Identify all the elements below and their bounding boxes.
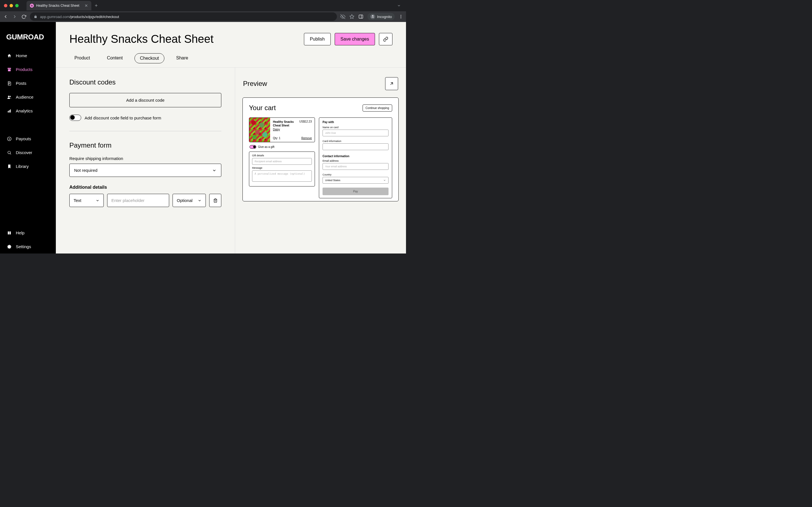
product-name: Healthy Snacks Cheat Sheet bbox=[273, 120, 299, 127]
discount-toggle[interactable] bbox=[69, 115, 81, 121]
detail-required-select[interactable]: Optional bbox=[172, 194, 206, 207]
logo[interactable]: GUMROAD bbox=[0, 29, 56, 49]
bookmark-icon bbox=[7, 164, 12, 169]
remove-link[interactable]: Remove bbox=[301, 136, 312, 140]
incognito-badge[interactable]: Incognito bbox=[367, 13, 395, 20]
recipient-email-input[interactable] bbox=[252, 158, 312, 165]
eye-off-icon[interactable] bbox=[340, 14, 345, 19]
lock-icon bbox=[34, 15, 37, 18]
detail-type-select[interactable]: Text bbox=[69, 194, 104, 207]
chart-icon bbox=[7, 109, 12, 113]
panel-icon[interactable] bbox=[358, 14, 363, 19]
back-button[interactable] bbox=[3, 14, 8, 19]
svg-rect-11 bbox=[10, 109, 11, 112]
open-preview-button[interactable] bbox=[385, 77, 398, 90]
publish-button[interactable]: Publish bbox=[304, 33, 331, 45]
product-author[interactable]: Daisy bbox=[273, 128, 312, 131]
svg-point-8 bbox=[10, 96, 11, 97]
sidebar-item-analytics[interactable]: Analytics bbox=[0, 104, 56, 118]
users-icon bbox=[7, 95, 12, 100]
file-icon bbox=[7, 81, 12, 86]
name-on-card-input[interactable] bbox=[322, 129, 389, 136]
shipping-label: Require shipping information bbox=[69, 156, 221, 161]
email-input[interactable] bbox=[322, 163, 389, 170]
sidebar-item-posts[interactable]: Posts bbox=[0, 76, 56, 90]
shipping-select[interactable]: Not required bbox=[69, 164, 221, 177]
header-actions: Publish Save changes bbox=[304, 33, 393, 45]
continue-shopping-button[interactable]: Continue shopping bbox=[363, 105, 392, 112]
tab-content[interactable]: Content bbox=[102, 53, 128, 63]
forward-button[interactable] bbox=[12, 14, 17, 19]
tab-checkout[interactable]: Checkout bbox=[135, 53, 164, 63]
tab-bar: G Healthy Snacks Cheat Sheet ✕ + bbox=[0, 0, 406, 11]
sidebar-item-payouts[interactable]: $ Payouts bbox=[0, 132, 56, 146]
home-icon bbox=[7, 54, 12, 58]
gear-icon bbox=[7, 244, 12, 249]
maximize-window[interactable] bbox=[15, 4, 18, 7]
sidebar-label: Settings bbox=[16, 244, 31, 249]
sidebar-item-discover[interactable]: Discover bbox=[0, 146, 56, 159]
new-tab-button[interactable]: + bbox=[95, 3, 98, 9]
gift-toggle[interactable] bbox=[250, 145, 256, 149]
sidebar-label: Audience bbox=[16, 95, 34, 100]
menu-icon[interactable] bbox=[399, 14, 403, 19]
country-label: Country bbox=[322, 173, 389, 176]
country-select[interactable]: United States bbox=[322, 177, 389, 184]
browser-tab[interactable]: G Healthy Snacks Cheat Sheet ✕ bbox=[27, 1, 91, 10]
svg-rect-9 bbox=[8, 111, 9, 112]
sidebar-item-library[interactable]: Library bbox=[0, 159, 56, 173]
svg-point-14 bbox=[8, 151, 10, 154]
sidebar-item-audience[interactable]: Audience bbox=[0, 90, 56, 104]
close-tab-icon[interactable]: ✕ bbox=[85, 3, 88, 8]
country-value: United States bbox=[325, 179, 340, 182]
card-info-input[interactable] bbox=[322, 144, 389, 150]
link-icon bbox=[383, 37, 388, 42]
book-icon bbox=[7, 231, 12, 235]
tab-product[interactable]: Product bbox=[69, 53, 95, 63]
discount-toggle-label: Add discount code field to purchase form bbox=[85, 115, 161, 120]
add-discount-button[interactable]: Add a discount code bbox=[69, 93, 221, 107]
detail-placeholder-input[interactable] bbox=[107, 194, 169, 207]
svg-text:$: $ bbox=[9, 137, 10, 140]
star-icon[interactable] bbox=[349, 14, 354, 19]
sidebar-label: Analytics bbox=[16, 108, 33, 113]
product-box: Healthy Snacks Cheat Sheet US$12.23 Dais… bbox=[249, 117, 315, 142]
svg-point-7 bbox=[8, 96, 9, 97]
sidebar-label: Library bbox=[16, 164, 29, 169]
close-window[interactable] bbox=[4, 4, 7, 7]
save-button[interactable]: Save changes bbox=[335, 33, 375, 45]
product-image bbox=[249, 118, 270, 142]
cart-body: Healthy Snacks Cheat Sheet US$12.23 Dais… bbox=[249, 117, 392, 198]
copy-link-button[interactable] bbox=[379, 33, 393, 45]
cart-title: Your cart bbox=[249, 104, 276, 112]
address-bar[interactable]: app.gumroad.com/products/xdpgv/edit#chec… bbox=[30, 12, 337, 21]
delete-detail-button[interactable] bbox=[209, 194, 221, 207]
sidebar-label: Payouts bbox=[16, 136, 31, 141]
trash-icon bbox=[213, 198, 218, 203]
card-info-label: Card information bbox=[322, 140, 389, 143]
tab-share[interactable]: Share bbox=[171, 53, 193, 63]
sidebar: GUMROAD Home Products Posts Audience Ana… bbox=[0, 22, 56, 253]
gift-details-box: Gift details Message bbox=[249, 152, 315, 186]
minimize-window[interactable] bbox=[10, 4, 13, 7]
dollar-icon: $ bbox=[7, 136, 12, 141]
pay-button[interactable]: Pay bbox=[322, 187, 389, 195]
sidebar-label: Posts bbox=[16, 81, 27, 86]
message-textarea[interactable] bbox=[252, 170, 312, 182]
gift-toggle-row: Give as a gift bbox=[249, 145, 315, 149]
url-text: app.gumroad.com/products/xdpgv/edit#chec… bbox=[40, 15, 119, 19]
svg-rect-2 bbox=[359, 15, 363, 18]
discount-section-title: Discount codes bbox=[69, 78, 221, 86]
sidebar-item-help[interactable]: Help bbox=[0, 226, 56, 240]
browser-chrome: G Healthy Snacks Cheat Sheet ✕ + app.gum… bbox=[0, 0, 406, 22]
reload-button[interactable] bbox=[21, 14, 27, 19]
tab-overflow-icon[interactable] bbox=[397, 4, 401, 8]
chevron-down-icon bbox=[383, 179, 386, 182]
window-controls bbox=[2, 4, 21, 7]
sidebar-item-settings[interactable]: Settings bbox=[0, 240, 56, 253]
chevron-down-icon bbox=[198, 199, 202, 203]
sidebar-item-home[interactable]: Home bbox=[0, 49, 56, 62]
detail-row: Text Optional bbox=[69, 194, 221, 207]
sidebar-item-products[interactable]: Products bbox=[0, 62, 56, 76]
main: Healthy Snacks Cheat Sheet Publish Save … bbox=[56, 22, 406, 253]
